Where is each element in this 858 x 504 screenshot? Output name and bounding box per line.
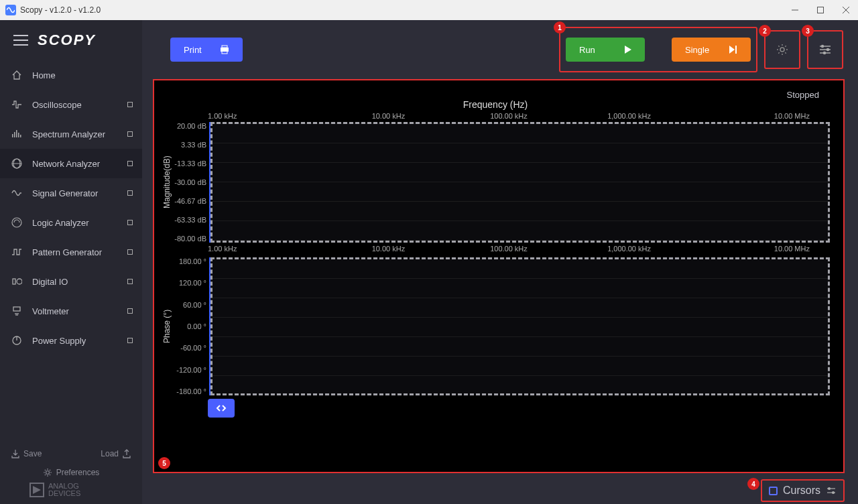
nav-label: Network Analyzer [32, 159, 100, 169]
sidebar-item-siggen[interactable]: Signal Generator [0, 178, 142, 208]
indicator-icon [127, 190, 133, 196]
marker-5: 5 [158, 457, 170, 469]
play-icon [625, 46, 631, 54]
svg-rect-6 [20, 135, 21, 137]
svg-point-8 [12, 218, 21, 227]
svg-rect-11 [13, 307, 20, 311]
nav-label: Voltmeter [32, 306, 69, 316]
step-icon [729, 46, 737, 54]
indicator-icon [127, 249, 133, 255]
x-axis-title: Frequency (Hz) [161, 99, 830, 110]
callout-1: 1 Run Single [559, 27, 757, 72]
indicator-icon [127, 338, 133, 343]
network-icon [11, 158, 23, 170]
sidebar-item-pattern[interactable]: Pattern Generator [0, 237, 142, 267]
window-titlebar: Scopy - v1.2.0 - v1.2.0 [0, 0, 858, 20]
sidebar-item-spectrum[interactable]: Spectrum Analyzer [0, 119, 142, 149]
nav-label: Power Supply [32, 336, 86, 346]
expand-button[interactable] [208, 399, 235, 418]
svg-marker-22 [729, 46, 735, 54]
svg-rect-5 [18, 133, 19, 137]
indicator-icon [127, 308, 133, 314]
nav-label: Signal Generator [32, 188, 98, 198]
preferences-button[interactable]: Preferences [11, 464, 131, 481]
footer-bar: 4 Cursors [142, 477, 858, 504]
sidebar-item-logic[interactable]: Logic Analyzer [0, 208, 142, 237]
nav-label: Home [32, 70, 56, 80]
sidebar-item-power[interactable]: Power Supply [0, 326, 142, 355]
phase-plot[interactable] [209, 257, 830, 395]
svg-rect-2 [12, 134, 13, 137]
nav-label: Logic Analyzer [32, 218, 89, 228]
print-button[interactable]: Print [170, 38, 243, 62]
toolbar: Print 1 Run Single 2 [142, 20, 858, 79]
mag-xaxis-ticks: 1.00 kHz10.00 kHz100.00 kHz1,000.00 kHz1… [161, 110, 830, 122]
phase-yticks: 180.00 °120.00 °60.00 °0.00 °-60.00 °-12… [173, 257, 209, 395]
window-title: Scopy - v1.2.0 - v1.2.0 [20, 5, 101, 15]
digitalio-icon [11, 276, 23, 287]
config-button[interactable] [814, 38, 837, 61]
siggen-icon [11, 188, 23, 198]
svg-point-30 [824, 52, 826, 54]
sidebar-item-voltmeter[interactable]: Voltmeter [0, 296, 142, 326]
run-status: Stopped [787, 90, 819, 100]
window-minimize-button[interactable] [788, 3, 802, 17]
mag-ylabel: Magnitude(dB) [161, 122, 173, 243]
mag-plot[interactable] [209, 122, 830, 243]
sidebar-item-home[interactable]: Home [0, 60, 142, 90]
window-close-button[interactable] [839, 3, 853, 17]
logic-icon [11, 216, 23, 229]
svg-rect-1 [818, 7, 824, 13]
cursors-checkbox[interactable] [769, 487, 778, 495]
cursors-label: Cursors [783, 485, 820, 497]
svg-point-10 [17, 279, 22, 284]
indicator-icon [127, 131, 133, 137]
app-icon [5, 5, 16, 15]
mag-yticks: 20.00 dB3.33 dB-13.33 dB-30.00 dB-46.67 … [173, 122, 209, 243]
sidebar: SCOPY Home Oscilloscope Spectrum Analyze… [0, 20, 142, 504]
svg-point-28 [822, 46, 824, 48]
single-button[interactable]: Single [672, 38, 751, 62]
nav-label: Spectrum Analyzer [32, 129, 105, 139]
sidebar-item-digitalio[interactable]: Digital IO [0, 267, 142, 296]
vendor-logo: ANALOGDEVICES [11, 481, 131, 499]
window-maximize-button[interactable] [814, 3, 827, 17]
menu-icon[interactable] [13, 35, 28, 46]
sliders-icon[interactable] [826, 485, 837, 496]
osc-icon [11, 99, 23, 110]
sidebar-item-oscilloscope[interactable]: Oscilloscope [0, 90, 142, 119]
svg-point-24 [780, 48, 784, 52]
indicator-icon [127, 161, 133, 166]
indicator-icon [127, 220, 133, 225]
callout-3: 3 [807, 30, 843, 69]
callout-4: 4 Cursors [761, 479, 845, 502]
print-icon [220, 45, 229, 54]
marker-1: 1 [554, 21, 566, 34]
magnitude-chart[interactable]: Magnitude(dB) 20.00 dB3.33 dB-13.33 dB-3… [161, 122, 830, 243]
nav-label: Pattern Generator [32, 247, 102, 257]
save-button[interactable]: Save [11, 449, 42, 458]
chevron-lr-icon [215, 403, 227, 413]
sliders-icon [818, 43, 832, 56]
load-button[interactable]: Load [101, 449, 131, 458]
sidebar-item-network[interactable]: Network Analyzer [0, 149, 142, 178]
gear-icon [776, 43, 789, 56]
run-button[interactable]: Run [566, 38, 645, 62]
nav-list: Home Oscilloscope Spectrum Analyzer Netw… [0, 60, 142, 355]
svg-point-16 [46, 471, 49, 475]
settings-button[interactable] [771, 38, 794, 61]
phase-chart[interactable]: Phase (°) 180.00 °120.00 °60.00 °0.00 °-… [161, 257, 830, 395]
marker-2: 2 [759, 25, 771, 37]
phase-ylabel: Phase (°) [161, 257, 173, 395]
marker-4: 4 [747, 478, 759, 490]
nav-label: Digital IO [32, 277, 68, 287]
svg-point-29 [827, 49, 829, 51]
pattern-icon [11, 247, 23, 257]
plot-area-callout-5: Stopped Frequency (Hz) 1.00 kHz10.00 kHz… [153, 79, 845, 473]
indicator-icon [127, 279, 133, 284]
svg-rect-3 [14, 132, 15, 137]
svg-marker-21 [625, 46, 631, 54]
phase-xaxis-ticks: 1.00 kHz10.00 kHz100.00 kHz1,000.00 kHz1… [161, 243, 830, 255]
svg-rect-9 [13, 279, 15, 284]
indicator-icon [127, 102, 133, 107]
